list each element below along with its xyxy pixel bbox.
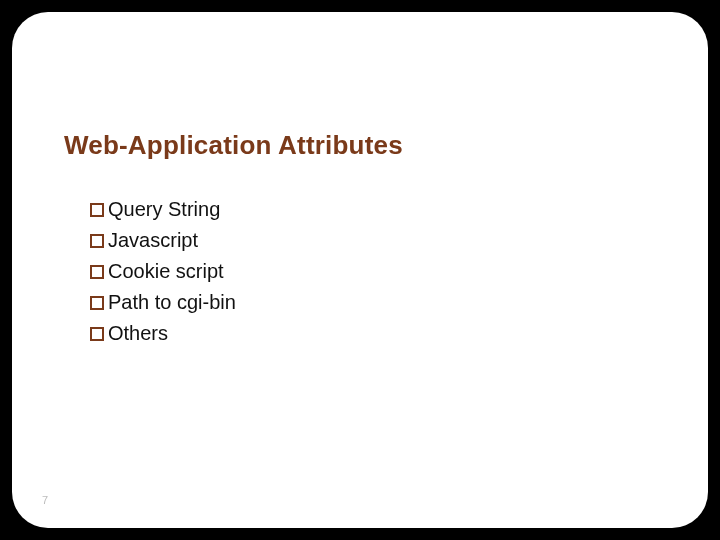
list-item: Query String bbox=[90, 198, 236, 221]
slide-title: Web-Application Attributes bbox=[64, 130, 403, 161]
list-item-label: Query String bbox=[108, 198, 220, 221]
list-item: Javascript bbox=[90, 229, 236, 252]
list-item: Others bbox=[90, 322, 236, 345]
square-bullet-icon bbox=[90, 265, 104, 279]
square-bullet-icon bbox=[90, 234, 104, 248]
list-item-label: Javascript bbox=[108, 229, 198, 252]
page-number: 7 bbox=[42, 494, 48, 506]
square-bullet-icon bbox=[90, 203, 104, 217]
list-item: Path to cgi-bin bbox=[90, 291, 236, 314]
list-item-label: Others bbox=[108, 322, 168, 345]
list-item: Cookie script bbox=[90, 260, 236, 283]
slide: Web-Application Attributes Query String … bbox=[12, 12, 708, 528]
list-item-label: Cookie script bbox=[108, 260, 224, 283]
square-bullet-icon bbox=[90, 296, 104, 310]
list-item-label: Path to cgi-bin bbox=[108, 291, 236, 314]
square-bullet-icon bbox=[90, 327, 104, 341]
bullet-list: Query String Javascript Cookie script Pa… bbox=[90, 198, 236, 353]
